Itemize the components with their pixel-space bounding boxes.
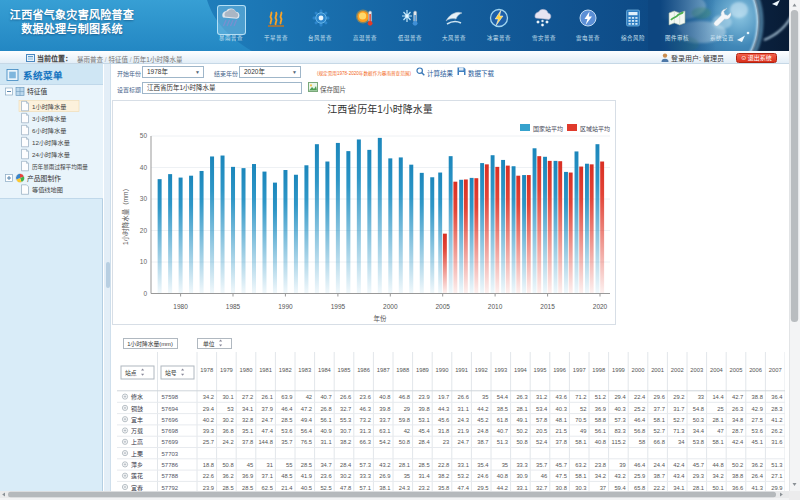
svg-text:40.7: 40.7 xyxy=(497,428,508,434)
svg-text:1993: 1993 xyxy=(494,367,507,373)
svg-text:34.7: 34.7 xyxy=(320,462,331,468)
svg-text:55.3: 55.3 xyxy=(340,417,351,423)
svg-text:21.4: 21.4 xyxy=(281,485,293,491)
svg-text:2000: 2000 xyxy=(632,367,645,373)
svg-text:28.4: 28.4 xyxy=(418,439,430,445)
svg-text:27.1: 27.1 xyxy=(771,473,782,479)
svg-text:52.4: 52.4 xyxy=(536,439,548,445)
svg-text:48.1: 48.1 xyxy=(556,417,567,423)
svg-text:1983: 1983 xyxy=(298,367,311,373)
svg-text:50.2: 50.2 xyxy=(732,462,743,468)
svg-text:36.2: 36.2 xyxy=(752,462,763,468)
svg-text:40.8: 40.8 xyxy=(379,394,390,400)
svg-text:24.3: 24.3 xyxy=(458,417,469,423)
svg-text:49.1: 49.1 xyxy=(516,417,527,423)
svg-text:1988: 1988 xyxy=(396,367,409,373)
svg-text:52.5: 52.5 xyxy=(320,485,331,491)
svg-text:53.2: 53.2 xyxy=(458,473,469,479)
svg-text:37: 37 xyxy=(600,485,606,491)
svg-text:42.7: 42.7 xyxy=(732,394,743,400)
svg-text:40.2: 40.2 xyxy=(203,417,214,423)
svg-text:57699: 57699 xyxy=(162,439,179,445)
svg-text:33.3: 33.3 xyxy=(360,473,371,479)
svg-text:35.7: 35.7 xyxy=(536,462,547,468)
svg-text:51.2: 51.2 xyxy=(595,394,606,400)
svg-text:42.9: 42.9 xyxy=(752,406,763,412)
svg-text:22.2: 22.2 xyxy=(654,485,665,491)
svg-text:36.4: 36.4 xyxy=(771,394,783,400)
svg-text:45.7: 45.7 xyxy=(693,462,704,468)
svg-text:33.7: 33.7 xyxy=(379,417,390,423)
svg-text:51.3: 51.3 xyxy=(771,462,782,468)
svg-text:35: 35 xyxy=(502,462,508,468)
svg-text:25.9: 25.9 xyxy=(634,473,645,479)
svg-text:2005: 2005 xyxy=(435,303,450,310)
svg-text:33: 33 xyxy=(698,394,704,400)
svg-text:25.7: 25.7 xyxy=(203,439,214,445)
svg-text:47.2: 47.2 xyxy=(301,406,312,412)
svg-text:53.1: 53.1 xyxy=(418,417,429,423)
svg-text:1979: 1979 xyxy=(220,367,233,373)
svg-text:28.5: 28.5 xyxy=(222,485,233,491)
svg-text:52: 52 xyxy=(580,406,586,412)
svg-text:49.4: 49.4 xyxy=(301,417,313,423)
svg-text:1996: 1996 xyxy=(553,367,566,373)
svg-text:36.9: 36.9 xyxy=(242,473,253,479)
svg-text:1999: 1999 xyxy=(612,367,625,373)
svg-text:57703: 57703 xyxy=(162,451,179,457)
svg-text:21.9: 21.9 xyxy=(458,428,469,434)
svg-text:56.8: 56.8 xyxy=(634,428,645,434)
svg-text:38.2: 38.2 xyxy=(438,473,449,479)
svg-text:36.2: 36.2 xyxy=(222,473,233,479)
svg-text:55: 55 xyxy=(286,462,292,468)
svg-text:1995: 1995 xyxy=(534,367,547,373)
svg-text:26.8: 26.8 xyxy=(320,406,331,412)
svg-text:41.9: 41.9 xyxy=(301,473,312,479)
svg-text:26.3: 26.3 xyxy=(516,394,527,400)
svg-text:37.7: 37.7 xyxy=(654,406,665,412)
svg-text:70.5: 70.5 xyxy=(575,417,586,423)
svg-text:53.4: 53.4 xyxy=(536,406,548,412)
svg-text:24.8: 24.8 xyxy=(477,428,488,434)
svg-text:12小时降水量: 12小时降水量 xyxy=(32,139,70,147)
svg-text:36.8: 36.8 xyxy=(222,428,233,434)
svg-text:46.3: 46.3 xyxy=(360,406,371,412)
svg-text:28.7: 28.7 xyxy=(732,428,743,434)
svg-text:31.3: 31.3 xyxy=(360,428,371,434)
svg-text:53.6: 53.6 xyxy=(281,428,292,434)
svg-text:40.8: 40.8 xyxy=(497,473,508,479)
svg-text:31.1: 31.1 xyxy=(320,439,331,445)
svg-text:34.1: 34.1 xyxy=(673,485,684,491)
svg-text:27.2: 27.2 xyxy=(242,394,253,400)
svg-text:41.3: 41.3 xyxy=(752,485,763,491)
svg-text:46.4: 46.4 xyxy=(634,417,646,423)
svg-text:1998: 1998 xyxy=(592,367,605,373)
svg-text:10: 10 xyxy=(140,258,148,265)
svg-text:38.5: 38.5 xyxy=(497,406,508,412)
svg-text:54.2: 54.2 xyxy=(379,439,390,445)
svg-text:22.6: 22.6 xyxy=(203,473,214,479)
svg-text:万载: 万载 xyxy=(131,427,143,435)
svg-text:36.6: 36.6 xyxy=(732,485,743,491)
svg-text:45.7: 45.7 xyxy=(556,462,567,468)
svg-text:33.1: 33.1 xyxy=(516,485,527,491)
svg-text:44.3: 44.3 xyxy=(438,406,449,412)
svg-text:46: 46 xyxy=(541,473,547,479)
svg-text:38.7: 38.7 xyxy=(654,473,665,479)
svg-text:年份: 年份 xyxy=(374,314,388,323)
svg-text:修水: 修水 xyxy=(131,393,143,401)
svg-text:63.1: 63.1 xyxy=(379,428,390,434)
svg-text:40.7: 40.7 xyxy=(320,394,331,400)
svg-text:53.8: 53.8 xyxy=(693,439,704,445)
svg-text:23.2: 23.2 xyxy=(418,485,429,491)
svg-text:51.3: 51.3 xyxy=(497,439,508,445)
svg-text:江西省历年1小时降水量: 江西省历年1小时降水量 xyxy=(327,103,433,115)
svg-text:0: 0 xyxy=(143,290,147,297)
svg-text:47.4: 47.4 xyxy=(458,485,470,491)
svg-text:66.8: 66.8 xyxy=(654,439,665,445)
svg-text:18.8: 18.8 xyxy=(203,462,214,468)
svg-text:31.7: 31.7 xyxy=(673,406,684,412)
svg-text:单位: 单位 xyxy=(203,340,215,348)
svg-text:1980: 1980 xyxy=(240,367,253,373)
svg-text:38.2: 38.2 xyxy=(340,439,351,445)
